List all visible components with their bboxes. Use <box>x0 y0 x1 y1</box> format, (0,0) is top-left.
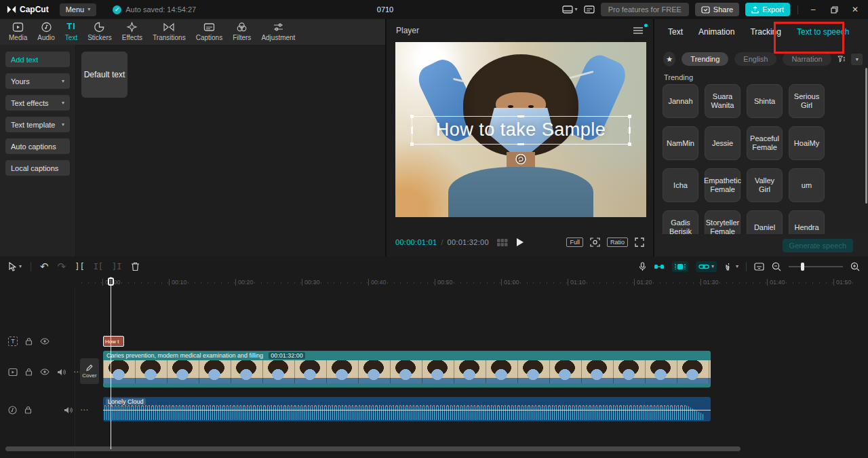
eye-icon[interactable] <box>40 368 50 375</box>
lock-icon[interactable] <box>25 337 33 345</box>
auto-snapping-button[interactable] <box>672 261 688 272</box>
tab-adjustment[interactable]: Adjustment <box>256 20 300 43</box>
delete-button[interactable] <box>131 262 140 271</box>
timeline-zoom-slider[interactable] <box>789 266 843 267</box>
undo-button[interactable]: ↶ <box>40 261 49 273</box>
player-menu-button[interactable] <box>633 26 644 35</box>
restore-button[interactable] <box>827 6 842 14</box>
text-selection-box[interactable] <box>412 116 630 145</box>
fullscreen-button[interactable] <box>635 237 644 247</box>
tab-tracking[interactable]: Tracking <box>750 27 781 37</box>
share-button[interactable]: Share <box>695 3 739 16</box>
tab-media[interactable]: Media <box>4 20 32 43</box>
export-button[interactable]: Export <box>745 3 790 16</box>
playhead-handle[interactable] <box>108 278 114 286</box>
tab-animation[interactable]: Animation <box>698 27 734 37</box>
zoom-slider-handle[interactable] <box>801 263 804 271</box>
magnetic-timeline-button[interactable] <box>654 263 665 271</box>
selection-handle[interactable] <box>410 115 414 118</box>
record-voiceover-button[interactable] <box>639 262 646 271</box>
more-options-icon[interactable]: ⋯ <box>80 405 89 415</box>
close-button[interactable]: ✕ <box>848 5 863 14</box>
voice-card[interactable]: Shinta <box>747 84 783 118</box>
sidebar-item-add-text[interactable]: Add text <box>5 52 70 67</box>
voice-card[interactable]: Serious Girl <box>789 84 825 118</box>
voice-card[interactable]: Valley Girl <box>747 168 783 202</box>
default-text-card[interactable]: Default text <box>81 52 127 98</box>
filter-trending[interactable]: Trending <box>682 52 728 66</box>
minimize-button[interactable]: – <box>806 5 821 14</box>
tab-captions[interactable]: Captions <box>191 20 227 43</box>
delete-left-button[interactable]: I[ <box>94 262 103 271</box>
sidebar-item-yours[interactable]: Yours▾ <box>5 73 70 89</box>
preview-axis-button[interactable]: ▾ <box>724 263 738 271</box>
zoom-out-button[interactable] <box>772 262 781 271</box>
play-button[interactable] <box>516 237 524 247</box>
selection-handle[interactable] <box>517 115 524 117</box>
tab-transitions[interactable]: Transitions <box>148 20 191 43</box>
voice-card[interactable]: Jannah <box>663 84 698 118</box>
tab-audio[interactable]: Audio <box>33 20 60 43</box>
tab-text-properties[interactable]: Text <box>668 27 683 37</box>
voice-card[interactable]: NamMin <box>663 126 698 160</box>
filter-funnel-icon[interactable] <box>837 55 846 64</box>
delete-right-button[interactable]: ]I <box>112 262 121 271</box>
menu-button[interactable]: Menu▾ <box>60 3 97 16</box>
selection-handle[interactable] <box>628 115 631 118</box>
full-button[interactable]: Full <box>566 237 583 247</box>
pro-features-button[interactable]: Pro features for FREE <box>601 3 689 16</box>
sidebar-item-local-captions[interactable]: Local captions <box>5 160 70 176</box>
tab-text-to-speech[interactable]: Text to speech <box>797 27 849 37</box>
text-clip[interactable]: How t <box>103 336 124 347</box>
voice-card[interactable]: Suara Wanita <box>705 84 741 118</box>
favorites-button[interactable]: ★ <box>663 52 675 66</box>
zoom-in-button[interactable] <box>850 262 860 271</box>
voice-card[interactable]: Empathetic Female <box>705 168 741 202</box>
sidebar-item-auto-captions[interactable]: Auto captions <box>5 138 70 154</box>
video-track-icon[interactable] <box>8 368 18 377</box>
eye-icon[interactable] <box>40 338 50 345</box>
speaker-icon[interactable] <box>57 368 66 376</box>
frame-view-icon[interactable] <box>497 239 508 246</box>
link-clips-button[interactable]: ▾ <box>696 261 717 272</box>
select-tool-button[interactable]: ▾ <box>8 262 22 271</box>
voice-card[interactable]: Icha <box>663 168 698 202</box>
sidebar-item-text-template[interactable]: Text template▾ <box>5 117 70 132</box>
track-height-button[interactable] <box>754 263 764 271</box>
selection-handle[interactable] <box>410 142 414 146</box>
edit-cover-button[interactable]: Cover <box>80 358 99 384</box>
generate-speech-button[interactable]: Generate speech <box>783 239 853 252</box>
sidebar-item-text-effects[interactable]: Text effects▾ <box>5 95 70 111</box>
audio-volume-line[interactable] <box>103 410 711 411</box>
redo-button[interactable]: ↷ <box>58 261 66 273</box>
split-button[interactable]: ][ <box>75 262 84 271</box>
rotate-handle[interactable] <box>515 153 527 165</box>
voice-card[interactable]: um <box>789 168 825 202</box>
tab-text[interactable]: TI Text <box>60 20 82 43</box>
selection-handle[interactable] <box>629 127 631 134</box>
voice-card[interactable]: Peaceful Female <box>747 126 783 160</box>
compact-layout-button[interactable] <box>584 5 595 14</box>
ratio-button[interactable]: Ratio <box>607 237 628 247</box>
audio-clip[interactable]: Lonely Cloud <box>103 397 711 421</box>
voice-card[interactable]: Jessie <box>705 126 741 160</box>
filter-english[interactable]: English <box>734 52 776 66</box>
playhead-line[interactable] <box>111 277 111 449</box>
tab-stickers[interactable]: Stickers <box>83 20 117 43</box>
panel-scrollbar[interactable] <box>865 68 867 204</box>
lock-icon[interactable] <box>24 406 32 414</box>
lock-icon[interactable] <box>25 368 33 376</box>
collapse-filters-button[interactable]: ▾ <box>851 54 863 65</box>
video-preview[interactable]: How to take Sample <box>395 42 646 217</box>
selection-handle[interactable] <box>628 142 631 146</box>
filter-narration[interactable]: Narration <box>783 52 831 66</box>
tab-filters[interactable]: Filters <box>228 20 256 43</box>
voice-card[interactable]: HoaiMy <box>789 126 825 160</box>
timeline-scrollbar[interactable] <box>5 446 741 451</box>
speaker-icon[interactable] <box>64 406 73 414</box>
video-clip[interactable]: Caries prevention, modern medical examin… <box>103 351 711 387</box>
layout-toggle-button[interactable]: ▾ <box>562 5 578 14</box>
timeline-ruler[interactable]: 00:00 00:10 00:20 00:30 00:40 00:50 01:0… <box>0 277 868 288</box>
selection-handle[interactable] <box>517 143 524 145</box>
audio-track-icon[interactable] <box>8 406 17 415</box>
